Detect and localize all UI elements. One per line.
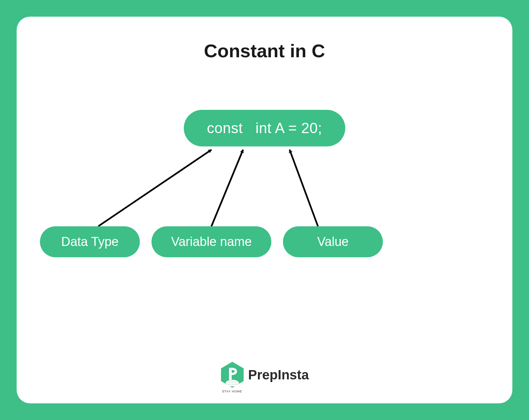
svg-line-0	[98, 150, 211, 226]
code-declaration-pill: const int A = 20;	[184, 110, 346, 146]
label-variable-name: Variable name	[151, 226, 271, 257]
brand-logo: STAY HOME PrepInsta	[220, 361, 309, 388]
svg-line-1	[211, 150, 243, 226]
label-data-type: Data Type	[40, 226, 140, 257]
diagram-card: Constant in C const int A = 20; Data Typ…	[17, 17, 512, 403]
diagram-title: Constant in C	[17, 17, 512, 62]
brand-tagline: STAY HOME	[222, 390, 242, 393]
logo-hex-icon: STAY HOME	[220, 361, 244, 388]
annotation-arrows	[17, 17, 512, 403]
svg-line-2	[290, 150, 318, 226]
label-value: Value	[283, 226, 383, 257]
brand-name: PrepInsta	[248, 367, 309, 382]
